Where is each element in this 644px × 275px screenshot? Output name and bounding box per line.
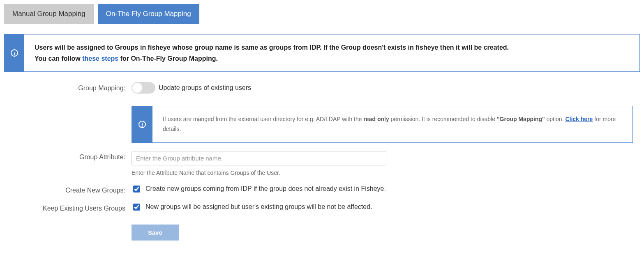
info-icon-col: i (132, 106, 152, 142)
info-banner-body: Users will be assigned to Groups in fish… (24, 34, 519, 71)
group-mapping-toggle[interactable] (132, 82, 155, 94)
txt-bold: "Group Mapping" (497, 116, 545, 122)
keep-existing-groups-text: New groups will be assigned but user's e… (145, 203, 372, 211)
txt: permission. It is recommended to disable (389, 116, 497, 122)
info-line2-a: You can follow (35, 55, 82, 62)
divider (4, 251, 640, 251)
create-new-groups-checkbox[interactable] (133, 186, 140, 192)
tab-on-the-fly-group-mapping[interactable]: On-The Fly Group Mapping (98, 4, 199, 24)
row-keep-existing-groups: Keep Existing Users Groups New groups wi… (4, 202, 640, 212)
row-save: Save (4, 225, 640, 241)
info-line1: Users will be assigned to Groups in fish… (35, 44, 509, 51)
group-mapping-label: Group Mapping: (4, 82, 132, 92)
info-icon: i (138, 121, 146, 128)
these-steps-link[interactable]: these steps (82, 55, 118, 62)
txt: option. (545, 116, 566, 122)
save-button[interactable]: Save (132, 225, 179, 241)
create-new-groups-text: Create new groups coming from IDP if the… (145, 185, 386, 192)
click-here-link[interactable]: Click here (565, 116, 593, 122)
keep-existing-groups-checkbox[interactable] (133, 204, 140, 211)
info-banner-readonly: i If users are manged from the external … (132, 106, 633, 143)
create-new-groups-label: Create New Groups: (4, 184, 132, 194)
info-icon: i (11, 49, 18, 57)
info-icon-col: i (5, 34, 24, 71)
tab-manual-group-mapping[interactable]: Manual Group Mapping (4, 4, 94, 24)
txt: If users are manged from the external us… (163, 116, 363, 122)
txt-bold: read only (363, 116, 389, 122)
group-attribute-input[interactable] (132, 151, 386, 165)
group-mapping-toggle-label: Update groups of existing users (159, 84, 251, 92)
toggle-knob (132, 83, 142, 93)
row-group-attribute: Group Attribute: Enter the Attribute Nam… (4, 151, 640, 176)
info-line2-b: for On-The-Fly Group Mapping. (118, 55, 218, 62)
tabs-bar: Manual Group Mapping On-The Fly Group Ma… (4, 4, 640, 24)
group-attribute-help: Enter the Attribute Name that contains G… (132, 170, 640, 176)
keep-existing-groups-label: Keep Existing Users Groups (4, 202, 132, 212)
group-attribute-label: Group Attribute: (4, 151, 132, 161)
info-banner-main: i Users will be assigned to Groups in fi… (4, 34, 640, 72)
row-create-new-groups: Create New Groups: Create new groups com… (4, 184, 640, 194)
row-group-mapping: Group Mapping: Update groups of existing… (4, 82, 640, 143)
info-readonly-body: If users are manged from the external us… (152, 106, 632, 142)
